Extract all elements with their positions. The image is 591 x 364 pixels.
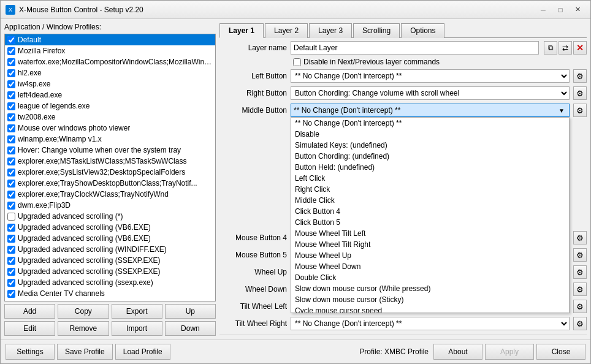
profile-item[interactable]: Mouse over windows photo viewer: [5, 123, 215, 134]
profile-item[interactable]: Upgraded advanced scrolling (VB6.EXE): [5, 233, 215, 244]
copy-layer-button[interactable]: ⧉: [544, 41, 557, 55]
maximize-button[interactable]: □: [552, 4, 568, 16]
remove-button[interactable]: Remove: [58, 321, 109, 336]
load-profile-button[interactable]: Load Profile: [115, 344, 170, 360]
profile-item[interactable]: hl2.exe: [5, 67, 215, 78]
profile-item[interactable]: dwm.exe;Flip3D: [5, 200, 215, 211]
profile-checkbox[interactable]: [7, 113, 15, 121]
about-button[interactable]: About: [433, 344, 482, 360]
profile-item[interactable]: Hover: Change volume when over the syste…: [5, 145, 215, 156]
profile-checkbox[interactable]: [7, 124, 15, 132]
down-button[interactable]: Down: [165, 321, 216, 336]
dropdown-item[interactable]: Disable: [291, 129, 569, 140]
profile-item[interactable]: iw4sp.exe: [5, 78, 215, 89]
tilt-wheel-right-gear[interactable]: ⚙: [573, 317, 587, 330]
add-button[interactable]: Add: [4, 304, 55, 319]
mouse-button5-gear[interactable]: ⚙: [573, 248, 587, 262]
tab-layer-3[interactable]: Layer 3: [309, 23, 352, 38]
profile-checkbox[interactable]: [7, 135, 15, 143]
profile-checkbox[interactable]: [7, 36, 15, 44]
dropdown-item[interactable]: Double Click: [291, 272, 569, 283]
tilt-wheel-left-gear[interactable]: ⚙: [573, 300, 587, 313]
profile-item[interactable]: explorer.exe;TrayShowDesktopButtonClass;…: [5, 178, 215, 189]
dropdown-item[interactable]: Simulated Keys: (undefined): [291, 140, 569, 151]
profile-checkbox[interactable]: [7, 301, 15, 302]
profile-checkbox[interactable]: [7, 246, 15, 254]
dropdown-item[interactable]: Right Click: [291, 184, 569, 195]
middle-button-dropdown[interactable]: ** No Change (Don't intercept) **Disable…: [291, 117, 570, 313]
profile-item[interactable]: Upgraded advanced scrolling (WINDIFF.EXE…: [5, 244, 215, 255]
dropdown-item[interactable]: Cycle mouse cursor speed: [291, 305, 569, 313]
profile-checkbox[interactable]: [7, 213, 15, 221]
profile-checkbox[interactable]: [7, 202, 15, 210]
clear-layer-button[interactable]: ✕: [573, 41, 587, 55]
profile-checkbox[interactable]: [7, 91, 15, 99]
tilt-wheel-right-select[interactable]: ** No Change (Don't intercept) **: [291, 317, 570, 330]
minimize-button[interactable]: ─: [535, 4, 551, 16]
dropdown-item[interactable]: Button Chording: (undefined): [291, 151, 569, 162]
layer-name-input[interactable]: [291, 41, 539, 55]
profile-checkbox[interactable]: [7, 191, 15, 199]
disable-checkbox[interactable]: [293, 58, 301, 66]
profile-checkbox[interactable]: [7, 146, 15, 154]
dropdown-item[interactable]: Click Button 5: [291, 217, 569, 228]
left-button-gear[interactable]: ⚙: [573, 69, 587, 83]
edit-button[interactable]: Edit: [4, 321, 55, 336]
tab-options[interactable]: Options: [401, 23, 444, 38]
middle-button-gear[interactable]: ⚙: [573, 104, 587, 117]
profile-item[interactable]: league of legends.exe: [5, 100, 215, 112]
import-button[interactable]: Import: [112, 321, 162, 336]
dropdown-item[interactable]: Button Held: (undefined): [291, 162, 569, 173]
profile-item[interactable]: explorer.exe;SysListView32;DesktopSpecia…: [5, 167, 215, 178]
profile-item[interactable]: left4dead.exe: [5, 89, 215, 100]
profile-checkbox[interactable]: [7, 180, 15, 188]
profile-checkbox[interactable]: [7, 257, 15, 265]
tab-scrolling[interactable]: Scrolling: [353, 23, 400, 38]
up-button[interactable]: Up: [165, 304, 216, 319]
dropdown-item[interactable]: ** No Change (Don't intercept) **: [291, 118, 569, 129]
profile-checkbox[interactable]: [7, 80, 15, 88]
dropdown-item[interactable]: Mouse Wheel Tilt Right: [291, 239, 569, 250]
profile-checkbox[interactable]: [7, 102, 15, 110]
profile-item[interactable]: explorer.exe;TrayClockWClass;TrayNotifyW…: [5, 189, 215, 200]
profile-item[interactable]: Default: [5, 34, 215, 45]
dropdown-item[interactable]: Click Button 4: [291, 206, 569, 217]
profile-checkbox[interactable]: [7, 69, 15, 77]
settings-button[interactable]: Settings: [6, 344, 55, 360]
profile-checkbox[interactable]: [7, 47, 15, 55]
profile-checkbox[interactable]: [7, 224, 15, 232]
right-button-select[interactable]: Button Chording: Change volume with scro…: [291, 86, 570, 100]
dropdown-item[interactable]: Mouse Wheel Down: [291, 261, 569, 272]
profile-checkbox[interactable]: [7, 58, 15, 66]
profile-item[interactable]: Upgraded advanced scrolling (VB6.EXE): [5, 222, 215, 233]
profile-item[interactable]: Upgraded advanced scrolling (SSEXP.EXE): [5, 266, 215, 277]
tab-layer-2[interactable]: Layer 2: [265, 23, 308, 38]
profile-item[interactable]: Mozilla Firefox: [5, 45, 215, 56]
apply-button[interactable]: Apply: [485, 344, 534, 360]
swap-layer-button[interactable]: ⇄: [559, 41, 572, 55]
profile-list[interactable]: DefaultMozilla Firefoxwaterfox.exe;Mozil…: [4, 34, 216, 301]
profile-item[interactable]: winamp.exe;Winamp v1.x: [5, 134, 215, 145]
dropdown-item[interactable]: Left Click: [291, 173, 569, 184]
profile-item[interactable]: Upgraded advanced scrolling (SSEXP.EXE): [5, 255, 215, 266]
profile-checkbox[interactable]: [7, 169, 15, 176]
dropdown-item[interactable]: Mouse Wheel Tilt Left: [291, 228, 569, 239]
profile-item[interactable]: Winamp (Album Art Pane): [5, 299, 215, 301]
dropdown-item[interactable]: Slow down mouse cursor (Sticky): [291, 294, 569, 305]
profile-checkbox[interactable]: [7, 268, 15, 276]
dropdown-item[interactable]: Mouse Wheel Up: [291, 250, 569, 261]
profile-item[interactable]: Upgraded advanced scrolling (ssexp.exe): [5, 277, 215, 288]
copy-button[interactable]: Copy: [58, 304, 109, 319]
dropdown-item[interactable]: Middle Click: [291, 195, 569, 206]
close-window-button[interactable]: ✕: [570, 4, 585, 16]
export-button[interactable]: Export: [112, 304, 162, 319]
tab-layer-1[interactable]: Layer 1: [219, 23, 264, 38]
profile-item[interactable]: explorer.exe;MSTaskListWClass;MSTaskSwWC…: [5, 156, 215, 167]
profile-item[interactable]: tw2008.exe: [5, 112, 215, 123]
profile-checkbox[interactable]: [7, 235, 15, 243]
wheel-down-gear[interactable]: ⚙: [573, 282, 587, 296]
profile-item[interactable]: Upgraded advanced scrolling (*): [5, 211, 215, 222]
left-button-select[interactable]: ** No Change (Don't intercept) **: [291, 69, 570, 83]
mouse-button4-gear[interactable]: ⚙: [573, 231, 587, 245]
right-button-gear[interactable]: ⚙: [573, 86, 587, 100]
